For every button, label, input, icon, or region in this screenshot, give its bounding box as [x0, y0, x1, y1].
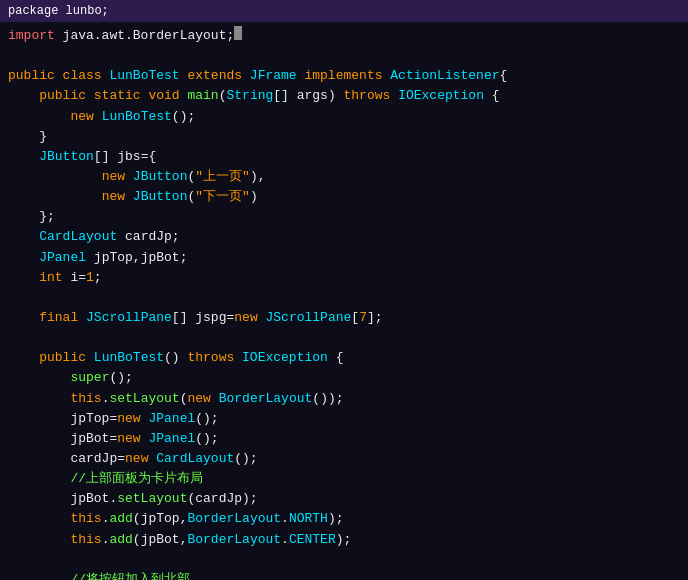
- package-declaration: package lunbo;: [8, 4, 109, 18]
- line-setlayout-card: jpBot.setLayout(cardJp);: [8, 489, 680, 509]
- line-btn-next: new JButton("下一页"): [8, 187, 680, 207]
- line-jbutton-arr: JButton[] jbs={: [8, 147, 680, 167]
- line-constructor: public LunBoTest() throws IOException {: [8, 348, 680, 368]
- line-super: super();: [8, 368, 680, 388]
- line-class: public class LunBoTest extends JFrame im…: [8, 66, 680, 86]
- line-setlayout: this.setLayout(new BorderLayout());: [8, 389, 680, 409]
- line-cardjp: cardJp=new CardLayout();: [8, 449, 680, 469]
- line-main: public static void main(String[] args) t…: [8, 86, 680, 106]
- line-int-i: int i=1;: [8, 268, 680, 288]
- line-btn-prev: new JButton("上一页"),: [8, 167, 680, 187]
- line-new-lunbo: new LunBoTest();: [8, 107, 680, 127]
- editor-container: package lunbo; import java.awt.BorderLay…: [0, 0, 688, 580]
- line-1: import java.awt.BorderLayout;: [8, 26, 680, 46]
- line-add-center: this.add(jpBot,BorderLayout.CENTER);: [8, 530, 680, 550]
- line-empty-2: [8, 288, 680, 308]
- line-jscrollpane: final JScrollPane[] jspg=new JScrollPane…: [8, 308, 680, 328]
- line-add-north: this.add(jpTop,BorderLayout.NORTH);: [8, 509, 680, 529]
- line-arr-close: };: [8, 207, 680, 227]
- line-cardlayout: CardLayout cardJp;: [8, 227, 680, 247]
- line-jpanel: JPanel jpTop,jpBot;: [8, 248, 680, 268]
- line-empty-1: [8, 46, 680, 66]
- line-empty-4: [8, 550, 680, 570]
- line-close-main: }: [8, 127, 680, 147]
- line-empty-3: [8, 328, 680, 348]
- line-comment-btn: //将按钮加入到北部: [8, 570, 680, 580]
- code-area[interactable]: import java.awt.BorderLayout; public cla…: [0, 22, 688, 580]
- top-bar: package lunbo;: [0, 0, 688, 22]
- line-comment-card: //上部面板为卡片布局: [8, 469, 680, 489]
- line-jpbot: jpBot=new JPanel();: [8, 429, 680, 449]
- line-jptop: jpTop=new JPanel();: [8, 409, 680, 429]
